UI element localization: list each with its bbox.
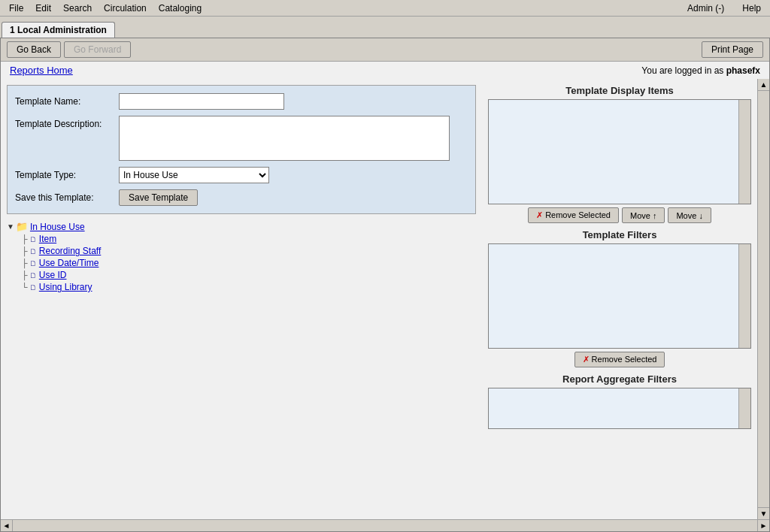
form-section: Template Name: Template Description: Tem… xyxy=(7,85,476,214)
filters-section: Template Filters ✗ Remove Selected xyxy=(488,229,751,367)
print-page-button[interactable]: Print Page xyxy=(702,41,763,58)
template-description-row: Template Description: xyxy=(15,116,468,161)
filters-title: Template Filters xyxy=(488,229,751,240)
aggregate-section: Report Aggregate Filters xyxy=(488,373,751,429)
display-items-section: Template Display Items ✗ Remove Selected… xyxy=(488,85,751,223)
tree-page-icon-item: 🗋 xyxy=(29,235,37,243)
tree-page-icon-useid: 🗋 xyxy=(29,271,37,280)
remove-selected-label: Remove Selected xyxy=(545,210,611,219)
display-remove-selected-button[interactable]: ✗ Remove Selected xyxy=(528,207,619,223)
tree-item-link-datetime[interactable]: Use Date/Time xyxy=(39,258,99,268)
tabbar: 1 Local Administration xyxy=(0,17,770,38)
x-icon-filter: ✗ xyxy=(583,355,590,364)
filters-listbox[interactable] xyxy=(488,243,751,349)
display-move-down-button[interactable]: Move ↓ xyxy=(668,207,711,223)
tree-item-link-item[interactable]: Item xyxy=(39,234,56,244)
menu-cataloging[interactable]: Cataloging xyxy=(153,2,208,15)
go-back-button[interactable]: Go Back xyxy=(7,41,61,58)
template-name-input[interactable] xyxy=(119,93,284,110)
menu-circulation[interactable]: Circulation xyxy=(98,2,153,15)
tree-item-item[interactable]: ├ 🗋 Item xyxy=(22,233,476,245)
save-template-label: Save this Template: xyxy=(15,189,113,203)
horizontal-scrollbar[interactable]: ◄ ► xyxy=(1,519,769,531)
tree-item-using-library[interactable]: └ 🗋 Using Library xyxy=(22,281,476,293)
tree-item-indent: ├ xyxy=(22,271,28,280)
tree-item-use-id[interactable]: ├ 🗋 Use ID xyxy=(22,269,476,281)
save-template-row: Save this Template: Save Template xyxy=(15,189,468,206)
folder-icon: 📁 xyxy=(16,221,28,232)
scroll-left-arrow[interactable]: ◄ xyxy=(1,520,13,532)
tab-local-admin[interactable]: 1 Local Administration xyxy=(2,22,115,38)
outer-scrollbar[interactable]: ▲ ▼ xyxy=(757,79,769,519)
tree-root-link[interactable]: In House Use xyxy=(30,222,85,232)
tree-page-icon-datetime: 🗋 xyxy=(29,259,37,268)
aggregate-title: Report Aggregate Filters xyxy=(488,373,751,385)
tree-item-link-library[interactable]: Using Library xyxy=(39,282,92,292)
scroll-down-arrow[interactable]: ▼ xyxy=(758,507,769,519)
tree-children: ├ 🗋 Item ├ 🗋 Recording Staff ├ 🗋 Use Dat… xyxy=(22,233,476,293)
template-name-label: Template Name: xyxy=(15,93,113,107)
template-type-row: Template Type: In House Use Circulation … xyxy=(15,167,468,183)
tree-item-use-datetime[interactable]: ├ 🗋 Use Date/Time xyxy=(22,257,476,269)
menu-edit[interactable]: Edit xyxy=(29,2,57,15)
menu-search[interactable]: Search xyxy=(57,2,98,15)
filters-scrollbar[interactable] xyxy=(738,244,750,348)
content-area: Template Name: Template Description: Tem… xyxy=(1,79,769,519)
template-description-label: Template Description: xyxy=(15,116,113,129)
display-move-up-button[interactable]: Move ↑ xyxy=(622,207,665,223)
tree-item-indent: ├ xyxy=(22,258,28,268)
tree-item-link-recording[interactable]: Recording Staff xyxy=(39,246,102,256)
save-template-button[interactable]: Save Template xyxy=(119,189,198,206)
display-items-listbox[interactable] xyxy=(488,99,751,204)
left-panel: Template Name: Template Description: Tem… xyxy=(1,79,482,519)
template-type-label: Template Type: xyxy=(15,167,113,180)
x-icon: ✗ xyxy=(536,210,543,219)
template-name-row: Template Name: xyxy=(15,93,468,110)
tree-section: ▼ 📁 In House Use ├ 🗋 Item ├ 🗋 Recording … xyxy=(7,217,476,296)
reports-home-link[interactable]: Reports Home xyxy=(10,65,73,76)
tree-page-icon-library: 🗋 xyxy=(29,283,37,292)
tree-page-icon-recording: 🗋 xyxy=(29,247,37,255)
menu-help[interactable]: Help xyxy=(736,2,767,15)
tree-item-indent: ├ xyxy=(22,246,28,255)
tree-item-recording-staff[interactable]: ├ 🗋 Recording Staff xyxy=(22,245,476,257)
filters-remove-selected-button[interactable]: ✗ Remove Selected xyxy=(574,352,665,367)
display-items-buttons: ✗ Remove Selected Move ↑ Move ↓ xyxy=(488,207,751,223)
tree-item-link-useid[interactable]: Use ID xyxy=(39,270,67,280)
scroll-up-arrow[interactable]: ▲ xyxy=(758,79,769,91)
filters-buttons: ✗ Remove Selected xyxy=(488,352,751,367)
info-bar: Reports Home You are logged in as phasef… xyxy=(1,62,769,79)
menubar: File Edit Search Circulation Cataloging … xyxy=(0,0,770,17)
go-forward-button[interactable]: Go Forward xyxy=(64,41,131,58)
template-description-input[interactable] xyxy=(119,116,450,161)
username: phasefx xyxy=(726,65,760,76)
tree-toggle-icon[interactable]: ▼ xyxy=(7,222,14,231)
tree-root[interactable]: ▼ 📁 In House Use xyxy=(7,220,476,233)
scroll-track xyxy=(758,91,769,507)
scroll-right-arrow[interactable]: ► xyxy=(757,520,769,532)
tree-item-indent: ├ xyxy=(22,234,28,243)
login-info: You are logged in as phasefx xyxy=(641,65,760,76)
menu-admin[interactable]: Admin (-) xyxy=(681,2,730,15)
aggregate-scrollbar[interactable] xyxy=(738,388,750,428)
display-items-title: Template Display Items xyxy=(488,85,751,96)
right-panel: Template Display Items ✗ Remove Selected… xyxy=(482,79,757,519)
template-type-select[interactable]: In House Use Circulation Holds Item Patr… xyxy=(119,167,269,183)
main-container: Go Back Go Forward Print Page Reports Ho… xyxy=(0,38,770,532)
toolbar: Go Back Go Forward Print Page xyxy=(1,38,769,62)
tree-item-indent: └ xyxy=(22,283,28,292)
display-items-scrollbar[interactable] xyxy=(738,100,750,204)
menu-file[interactable]: File xyxy=(3,2,29,15)
aggregate-listbox[interactable] xyxy=(488,388,751,429)
filters-remove-label: Remove Selected xyxy=(592,355,657,364)
